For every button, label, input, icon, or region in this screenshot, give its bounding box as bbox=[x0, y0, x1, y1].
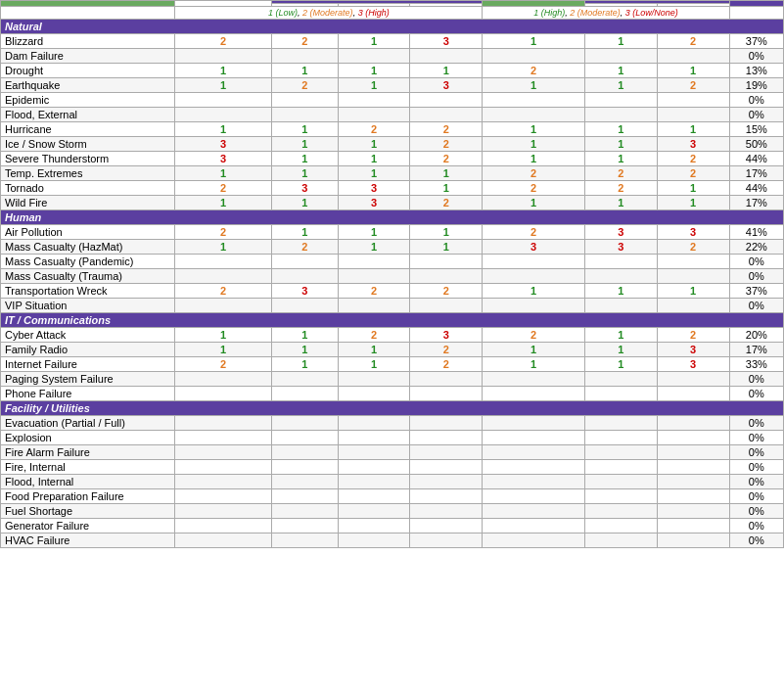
cell-response bbox=[657, 299, 729, 313]
cell-value: 1 bbox=[301, 358, 307, 370]
cell-value: 3 bbox=[690, 226, 696, 238]
hazard-name: Drought bbox=[1, 64, 175, 78]
cell-impact bbox=[271, 49, 338, 64]
cell-impact: 1 bbox=[410, 225, 483, 240]
cell-value: 2 bbox=[530, 182, 536, 194]
cell-likelihood: 2 bbox=[175, 225, 271, 240]
cell-value: 2 bbox=[690, 241, 696, 253]
cell-value: 1 bbox=[690, 285, 696, 297]
hazard-name: Paging System Failure bbox=[1, 372, 175, 387]
cell-risk: 0% bbox=[729, 534, 783, 548]
hazard-name: Evacuation (Partial / Full) bbox=[1, 416, 175, 431]
cell-response: 2 bbox=[584, 166, 657, 181]
cell-response bbox=[584, 431, 657, 445]
table-row: Cyber Attack 1 1 2 3 2 1 2 20% bbox=[1, 328, 784, 343]
cell-impact bbox=[338, 534, 410, 548]
cell-value: 1 bbox=[618, 138, 623, 150]
cell-response bbox=[657, 108, 729, 122]
cell-preparedness: 1 bbox=[483, 152, 585, 166]
cell-value: 1 bbox=[530, 344, 536, 355]
table-row: Air Pollution 2 1 1 1 2 3 3 41% bbox=[1, 225, 784, 240]
cell-value: 1 bbox=[371, 138, 377, 150]
cell-value: 1 bbox=[530, 79, 536, 91]
risk-value: 0% bbox=[749, 373, 764, 385]
cell-response: 3 bbox=[657, 137, 729, 152]
hazard-name: Mass Casualty (Pandemic) bbox=[1, 255, 175, 269]
cell-value: 3 bbox=[618, 241, 623, 253]
cell-likelihood: 1 bbox=[175, 196, 271, 210]
cell-preparedness bbox=[483, 460, 585, 475]
cell-value: 1 bbox=[530, 153, 536, 164]
cell-likelihood bbox=[175, 489, 271, 504]
cell-impact: 1 bbox=[410, 166, 483, 181]
cell-response: 1 bbox=[584, 328, 657, 343]
cell-risk: 44% bbox=[729, 152, 783, 166]
hazard-name: Dam Failure bbox=[1, 49, 175, 64]
cell-response: 1 bbox=[584, 357, 657, 372]
cell-impact: 3 bbox=[271, 181, 338, 196]
table-row: Flood, Internal 0% bbox=[1, 475, 784, 489]
cell-impact bbox=[338, 489, 410, 504]
cell-impact bbox=[338, 93, 410, 108]
cell-impact bbox=[338, 431, 410, 445]
hazard-name: HVAC Failure bbox=[1, 534, 175, 548]
cell-impact: 1 bbox=[271, 166, 338, 181]
cell-value: 2 bbox=[690, 167, 696, 179]
cell-value: 2 bbox=[443, 123, 449, 135]
cell-impact bbox=[410, 416, 483, 431]
cell-likelihood bbox=[175, 387, 271, 401]
cell-response bbox=[584, 387, 657, 401]
cell-response bbox=[657, 372, 729, 387]
cell-value: 2 bbox=[220, 35, 226, 47]
hazard-name: Mass Casualty (HazMat) bbox=[1, 240, 175, 255]
hazard-name: Generator Failure bbox=[1, 519, 175, 534]
cell-impact bbox=[410, 299, 483, 313]
cell-impact: 1 bbox=[338, 166, 410, 181]
category-row: Facility / Utilities bbox=[1, 401, 784, 416]
cell-value: 1 bbox=[618, 79, 623, 91]
table-row: Fuel Shortage 0% bbox=[1, 504, 784, 519]
cell-risk: 22% bbox=[729, 240, 783, 255]
cell-risk: 0% bbox=[729, 387, 783, 401]
cell-risk: 0% bbox=[729, 372, 783, 387]
cell-likelihood bbox=[175, 431, 271, 445]
cell-risk: 41% bbox=[729, 225, 783, 240]
cell-value: 3 bbox=[530, 241, 536, 253]
cell-response: 1 bbox=[584, 137, 657, 152]
hazard-name: Tornado bbox=[1, 181, 175, 196]
risk-value: 44% bbox=[746, 153, 767, 164]
cell-likelihood bbox=[175, 460, 271, 475]
cell-impact bbox=[410, 489, 483, 504]
hazard-name: Earthquake bbox=[1, 78, 175, 93]
cell-value: 1 bbox=[443, 241, 449, 253]
cell-value: 1 bbox=[618, 285, 623, 297]
cell-impact bbox=[271, 416, 338, 431]
table-row: Mass Casualty (Trauma) 0% bbox=[1, 269, 784, 284]
cell-value: 1 bbox=[220, 167, 226, 179]
cell-impact: 2 bbox=[338, 122, 410, 137]
cell-response: 2 bbox=[657, 152, 729, 166]
cell-response: 2 bbox=[657, 328, 729, 343]
cell-response bbox=[657, 93, 729, 108]
cell-impact bbox=[338, 445, 410, 460]
cell-response: 2 bbox=[657, 78, 729, 93]
cell-likelihood: 2 bbox=[175, 181, 271, 196]
risk-value: 17% bbox=[746, 197, 767, 209]
hazard-name: Air Pollution bbox=[1, 225, 175, 240]
cell-impact bbox=[271, 445, 338, 460]
hazard-name: VIP Situation bbox=[1, 299, 175, 313]
cell-value: 2 bbox=[443, 285, 449, 297]
cell-preparedness: 1 bbox=[483, 78, 585, 93]
table-row: HVAC Failure 0% bbox=[1, 534, 784, 548]
risk-value: 0% bbox=[749, 109, 764, 120]
cell-value: 1 bbox=[301, 344, 307, 355]
cell-impact bbox=[338, 387, 410, 401]
table-row: Family Radio 1 1 1 2 1 1 3 17% bbox=[1, 343, 784, 357]
table-row: Phone Failure 0% bbox=[1, 387, 784, 401]
category-label: Natural bbox=[1, 20, 784, 34]
cell-value: 1 bbox=[301, 167, 307, 179]
cell-value: 3 bbox=[443, 79, 449, 91]
cell-impact: 3 bbox=[410, 78, 483, 93]
cell-value: 1 bbox=[301, 138, 307, 150]
cell-value: 1 bbox=[690, 123, 696, 135]
